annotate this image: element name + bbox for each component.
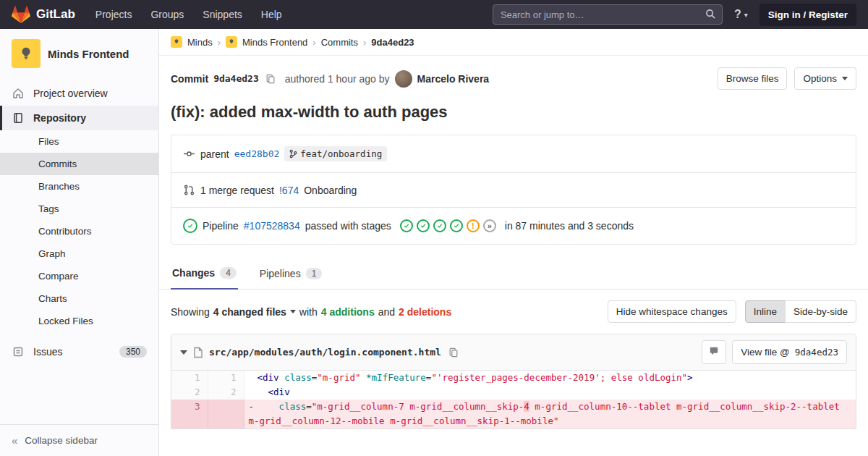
branch-name: feat/onboarding [300, 148, 382, 159]
options-dropdown-button[interactable]: Options [794, 67, 856, 90]
diff-summary-text: Showing 4 changed files with 4 additions… [171, 306, 451, 318]
commit-meta-row: Commit 9da4ed23 authored 1 hour ago by M… [159, 56, 868, 98]
gitlab-home-link[interactable]: GitLab [12, 5, 75, 24]
pipeline-stage-passed-icon[interactable] [433, 219, 446, 232]
chevron-down-icon [842, 77, 848, 80]
hide-whitespace-button[interactable]: Hide whitespace changes [608, 300, 736, 323]
tab-pipelines-count: 1 [306, 268, 323, 279]
branch-ref-pill[interactable]: feat/onboarding [284, 146, 387, 161]
browse-files-button[interactable]: Browse files [718, 67, 788, 90]
issues-icon [12, 346, 25, 358]
view-mode-toggle: Inline Side-by-side [745, 300, 856, 323]
changed-files-label: 4 changed files [213, 306, 286, 318]
sidebar-item-repository[interactable]: Repository [0, 106, 158, 130]
new-line-number[interactable]: 1 [208, 371, 244, 385]
file-icon [193, 347, 203, 358]
search-input[interactable] [493, 9, 722, 20]
pipeline-passed-icon[interactable] [183, 219, 197, 233]
nav-help[interactable]: Help [261, 9, 282, 20]
merge-request-link[interactable]: !674 [279, 185, 299, 196]
author-avatar[interactable] [395, 70, 412, 88]
changed-files-dropdown[interactable]: 4 changed files [213, 306, 296, 318]
breadcrumb: Minds › Minds Frontend › Commits › 9da4e… [159, 29, 868, 56]
breadcrumb-separator: › [218, 37, 221, 48]
parent-label: parent [200, 148, 229, 160]
copy-sha-button[interactable] [264, 73, 277, 85]
collapse-sidebar-label: Collapse sidebar [25, 435, 98, 446]
diff-code-cell: - class="m-grid__column-7 m-grid__column… [244, 400, 856, 428]
diff-line-deletion: 3- class="m-grid__column-7 m-grid__colum… [171, 400, 856, 428]
merge-request-row: 1 merge request !674 Onboarding [171, 172, 856, 207]
breadcrumb-minds-frontend[interactable]: Minds Frontend [242, 37, 307, 48]
side-by-side-view-button[interactable]: Side-by-side [785, 300, 856, 323]
copy-file-path-button[interactable] [447, 347, 460, 358]
collapse-sidebar-button[interactable]: « Collapse sidebar [0, 424, 158, 456]
deletions-count: 2 deletions [399, 306, 451, 318]
project-sidebar: Minds Frontend Project overview Reposito… [0, 29, 159, 456]
sidebar-item-issues[interactable]: Issues 350 [0, 339, 158, 364]
sidebar-subitem-charts[interactable]: Charts [0, 287, 158, 310]
breadcrumb-separator: › [312, 37, 315, 48]
nav-groups[interactable]: Groups [150, 9, 184, 20]
sidebar-subitem-tags[interactable]: Tags [0, 198, 158, 220]
issues-count-badge: 350 [119, 346, 147, 358]
diff-file-section: src/app/modules/auth/login.component.htm… [171, 334, 856, 429]
old-line-number[interactable]: 3 [171, 400, 208, 428]
breadcrumb-minds[interactable]: Minds [187, 37, 213, 48]
pipeline-duration: in 87 minutes and 3 seconds [505, 220, 634, 232]
parent-sha-link[interactable]: eed28b02 [234, 148, 280, 159]
help-icon: ? [734, 8, 741, 21]
comment-button[interactable] [702, 340, 726, 364]
repository-icon [12, 112, 25, 124]
repository-submenu: Files Commits Branches Tags Contributors… [0, 130, 158, 332]
file-path-link[interactable]: src/app/modules/auth/login.component.htm… [209, 347, 441, 358]
sidebar-subitem-commits[interactable]: Commits [0, 153, 158, 175]
sign-in-register-button[interactable]: Sign in / Register [760, 4, 856, 26]
sidebar-item-project-overview[interactable]: Project overview [0, 81, 158, 106]
and-label: and [378, 306, 395, 318]
author-name-link[interactable]: Marcelo Rivera [417, 73, 490, 85]
pipeline-stage-passed-icon[interactable] [450, 219, 463, 232]
nav-projects[interactable]: Projects [95, 9, 132, 20]
sidebar-nav: Project overview Repository Files Commit… [0, 81, 158, 364]
sidebar-subitem-files[interactable]: Files [0, 130, 158, 153]
gitlab-wordmark: GitLab [36, 7, 75, 22]
pipeline-stage-warning-icon[interactable]: ! [467, 219, 480, 232]
pipeline-stage-passed-icon[interactable] [400, 219, 413, 232]
new-line-number[interactable] [208, 400, 244, 428]
view-file-sha: 9da4ed23 [795, 347, 838, 358]
help-dropdown[interactable]: ? ▾ [734, 8, 748, 21]
commit-sha: 9da4ed23 [213, 73, 259, 84]
breadcrumb-commits[interactable]: Commits [321, 37, 358, 48]
gitlab-tanuki-icon [12, 5, 30, 24]
sidebar-subitem-compare[interactable]: Compare [0, 265, 158, 287]
diff-file-header: src/app/modules/auth/login.component.htm… [171, 334, 856, 371]
pipeline-stage-skipped-icon[interactable]: » [483, 219, 496, 232]
nav-snippets[interactable]: Snippets [203, 9, 242, 20]
old-line-number[interactable]: 1 [171, 371, 208, 385]
sidebar-subitem-branches[interactable]: Branches [0, 175, 158, 198]
tab-changes[interactable]: Changes 4 [171, 258, 238, 290]
commit-info-box: parent eed28b02 feat/onboarding 1 me [171, 135, 856, 245]
sidebar-subitem-graph[interactable]: Graph [0, 242, 158, 265]
tab-pipelines-label: Pipelines [260, 268, 301, 279]
old-line-number[interactable]: 2 [171, 385, 208, 400]
inline-view-button[interactable]: Inline [745, 300, 786, 323]
sidebar-subitem-locked-files[interactable]: Locked Files [0, 310, 158, 332]
collapse-diff-icon[interactable] [180, 350, 187, 355]
breadcrumb-separator: › [363, 37, 366, 48]
pipeline-stage-passed-icon[interactable] [417, 219, 430, 232]
search-icon [705, 9, 716, 20]
new-line-number[interactable]: 2 [208, 385, 244, 400]
diff-line-context: 22 <div [171, 385, 856, 400]
sidebar-item-label: Repository [33, 112, 86, 124]
sidebar-subitem-contributors[interactable]: Contributors [0, 220, 158, 242]
tab-pipelines[interactable]: Pipelines 1 [258, 258, 324, 289]
tab-changes-count: 4 [220, 267, 237, 279]
project-avatar [12, 39, 41, 68]
project-header[interactable]: Minds Frontend [0, 29, 158, 81]
search-box[interactable] [493, 4, 723, 25]
pipeline-link[interactable]: #107528834 [244, 220, 300, 232]
view-file-button[interactable]: View file @ 9da4ed23 [732, 340, 847, 364]
branch-icon [289, 149, 297, 159]
